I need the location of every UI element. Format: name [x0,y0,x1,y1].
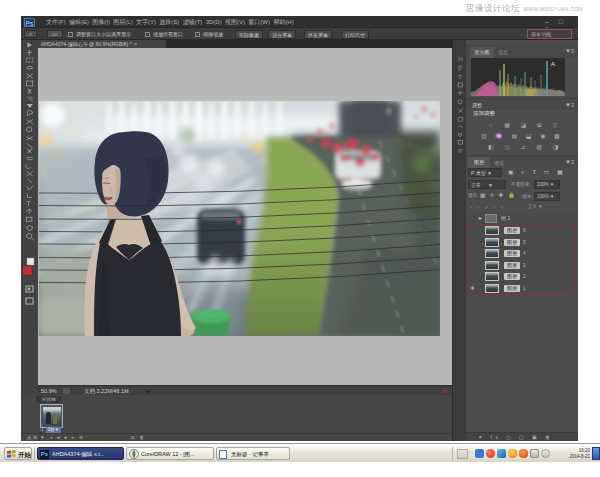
svg-text:T: T [27,200,32,207]
